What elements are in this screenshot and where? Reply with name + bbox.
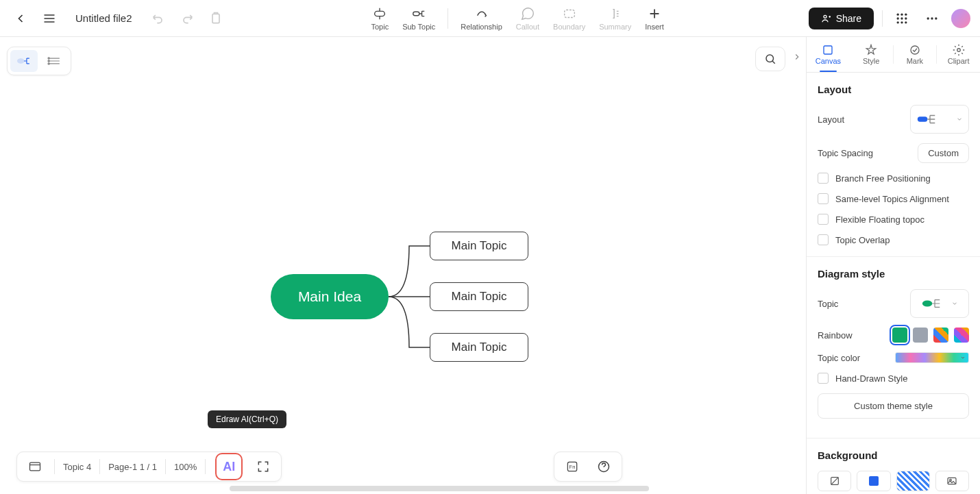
tab-mark-label: Mark bbox=[907, 57, 923, 65]
more-button[interactable] bbox=[921, 8, 943, 29]
separator bbox=[205, 459, 206, 474]
undo-button[interactable] bbox=[147, 8, 169, 29]
svg-point-8 bbox=[897, 17, 899, 19]
relationship-tool[interactable]: Relationship bbox=[454, 3, 509, 34]
map-view-button[interactable] bbox=[24, 456, 46, 478]
tab-clipart[interactable]: Clipart bbox=[937, 37, 980, 72]
page-info[interactable]: Page-1 1 / 1 bbox=[108, 462, 157, 472]
checkbox-icon bbox=[818, 173, 829, 184]
svg-point-10 bbox=[905, 17, 907, 19]
rainbow-swatch-gray[interactable] bbox=[913, 328, 928, 343]
bg-option-pattern[interactable] bbox=[896, 471, 930, 491]
main-idea-node[interactable]: Main Idea bbox=[271, 274, 389, 319]
layout-section-title: Layout bbox=[818, 84, 969, 95]
topic-tool[interactable]: Topic bbox=[364, 3, 395, 34]
topic-style-select[interactable] bbox=[910, 289, 969, 318]
custom-spacing-button[interactable]: Custom bbox=[918, 143, 969, 163]
option-same-level[interactable]: Same-level Topics Alignment bbox=[818, 193, 969, 204]
tab-canvas-label: Canvas bbox=[816, 57, 841, 65]
tab-style[interactable]: Style bbox=[850, 37, 893, 72]
rainbow-label: Rainbow bbox=[818, 330, 853, 341]
svg-point-6 bbox=[901, 13, 903, 15]
option-hand-drawn[interactable]: Hand-Drawn Style bbox=[818, 373, 969, 384]
fullscreen-button[interactable] bbox=[252, 456, 274, 478]
svg-rect-2 bbox=[413, 12, 419, 16]
insert-tool[interactable]: Insert bbox=[638, 3, 671, 34]
svg-point-5 bbox=[897, 13, 899, 15]
insert-label: Insert bbox=[645, 23, 664, 31]
outline-view-button[interactable] bbox=[40, 50, 68, 72]
tab-mark[interactable]: Mark bbox=[894, 37, 937, 72]
share-label: Share bbox=[836, 13, 861, 24]
callout-tool: Callout bbox=[509, 3, 546, 34]
layout-select[interactable] bbox=[910, 105, 969, 134]
canvas-area[interactable]: Main Idea Main Topic Main Topic Main Top… bbox=[0, 37, 806, 494]
svg-rect-22 bbox=[30, 462, 40, 471]
rainbow-swatch-multi1[interactable] bbox=[933, 328, 948, 343]
svg-point-13 bbox=[905, 21, 907, 23]
file-name[interactable]: Untitled file2 bbox=[71, 10, 136, 27]
redo-button[interactable] bbox=[176, 8, 198, 29]
bg-option-none[interactable] bbox=[818, 471, 851, 491]
mindmap-view-button[interactable] bbox=[10, 50, 38, 72]
svg-point-15 bbox=[931, 17, 933, 19]
separator bbox=[165, 459, 166, 474]
topic-node-1[interactable]: Main Topic bbox=[430, 232, 528, 260]
summary-tool: Summary bbox=[592, 3, 638, 34]
ai-tooltip: Edraw AI(Ctrl+Q) bbox=[208, 410, 286, 428]
menu-button[interactable] bbox=[38, 8, 60, 29]
topic-color-select[interactable] bbox=[895, 352, 969, 363]
topic-node-2[interactable]: Main Topic bbox=[430, 282, 528, 311]
function-button[interactable]: Fn bbox=[561, 456, 583, 478]
topic-node-3[interactable]: Main Topic bbox=[430, 333, 528, 362]
rainbow-swatch-green[interactable] bbox=[892, 328, 907, 343]
bg-option-solid[interactable] bbox=[857, 471, 890, 491]
tab-clipart-label: Clipart bbox=[948, 57, 970, 65]
rainbow-swatch-multi2[interactable] bbox=[954, 328, 969, 343]
svg-point-18 bbox=[48, 58, 49, 59]
horizontal-scrollbar[interactable] bbox=[230, 486, 649, 491]
collapse-panel-button[interactable] bbox=[792, 52, 802, 64]
help-button[interactable] bbox=[593, 456, 615, 478]
summary-label: Summary bbox=[599, 23, 631, 31]
bg-option-image[interactable] bbox=[935, 471, 969, 491]
option-branch-free[interactable]: Branch Free Positioning bbox=[818, 173, 969, 184]
apps-button[interactable] bbox=[891, 8, 913, 29]
zoom-level[interactable]: 100% bbox=[174, 462, 197, 472]
overlap-label: Topic Overlap bbox=[835, 235, 890, 245]
svg-point-17 bbox=[18, 59, 24, 63]
svg-text:Fn: Fn bbox=[569, 464, 576, 470]
checkbox-icon bbox=[818, 214, 829, 225]
svg-rect-1 bbox=[375, 11, 385, 16]
sub-topic-tool[interactable]: Sub Topic bbox=[395, 3, 442, 34]
svg-point-30 bbox=[922, 300, 933, 306]
paste-button[interactable] bbox=[205, 8, 227, 29]
share-button[interactable]: Share bbox=[809, 8, 874, 29]
user-avatar[interactable] bbox=[951, 9, 970, 28]
separator bbox=[882, 10, 883, 27]
custom-theme-button[interactable]: Custom theme style bbox=[818, 393, 969, 419]
search-button[interactable] bbox=[755, 47, 785, 71]
svg-point-20 bbox=[48, 63, 49, 64]
option-overlap[interactable]: Topic Overlap bbox=[818, 234, 969, 245]
svg-point-14 bbox=[927, 17, 929, 19]
svg-point-4 bbox=[824, 15, 826, 18]
right-panel: Canvas Style Mark Clipart Layout Layout bbox=[806, 37, 980, 494]
separator bbox=[54, 459, 55, 474]
topic-style-label: Topic bbox=[818, 299, 838, 309]
back-button[interactable] bbox=[10, 8, 32, 29]
bottom-right-toolbar: Fn bbox=[554, 452, 622, 482]
option-flexible[interactable]: Flexible Floating topoc bbox=[818, 214, 969, 225]
separator bbox=[448, 8, 448, 29]
tab-canvas[interactable]: Canvas bbox=[807, 37, 850, 72]
flexible-label: Flexible Floating topoc bbox=[835, 214, 924, 225]
divider bbox=[807, 256, 980, 257]
same-level-label: Same-level Topics Alignment bbox=[835, 194, 949, 204]
svg-point-27 bbox=[911, 46, 919, 54]
svg-rect-0 bbox=[212, 14, 219, 23]
svg-point-12 bbox=[901, 21, 903, 23]
divider bbox=[807, 438, 980, 439]
ai-button[interactable]: AI bbox=[215, 453, 243, 480]
callout-label: Callout bbox=[516, 23, 539, 31]
checkbox-icon bbox=[818, 373, 829, 384]
